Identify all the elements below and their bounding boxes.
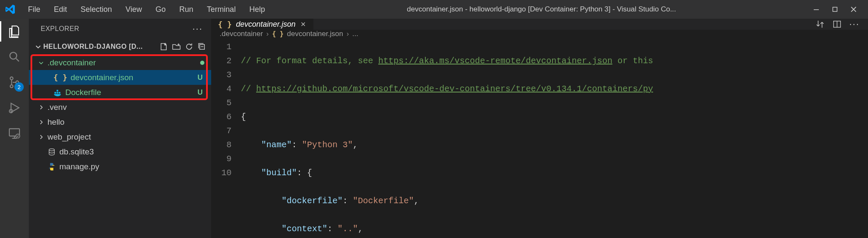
svg-point-2	[10, 52, 17, 59]
menu-run[interactable]: Run	[173, 3, 199, 17]
breadcrumb-seg[interactable]: devcontainer.json	[287, 30, 343, 38]
svg-rect-1	[833, 7, 837, 11]
chevron-right-icon	[38, 134, 44, 140]
close-button[interactable]	[849, 5, 858, 14]
chevron-right-icon: ›	[266, 30, 269, 38]
menu-view[interactable]: View	[120, 3, 148, 17]
svg-point-4	[10, 85, 13, 88]
line-number: 2	[211, 54, 232, 68]
sidebar-more-icon[interactable]: ···	[193, 23, 203, 34]
line-number-gutter: 1 2 3 4 5 6 7 8 9 10	[211, 38, 241, 238]
refresh-icon[interactable]	[185, 42, 193, 51]
chevron-right-icon	[38, 119, 44, 125]
tree-file-db-sqlite3[interactable]: db.sqlite3	[29, 144, 211, 159]
json-file-icon: { }	[218, 20, 232, 29]
chevron-down-icon	[38, 60, 44, 66]
svg-rect-12	[57, 90, 59, 91]
window-title: devcontainer.json - helloworld-django [D…	[271, 5, 812, 14]
tree-file-devcontainer-json[interactable]: { } devcontainer.json U	[29, 70, 211, 85]
line-number: 4	[211, 82, 232, 96]
editor-body[interactable]: 1 2 3 4 5 6 7 8 9 10 // For format detai…	[211, 38, 868, 238]
window-controls	[812, 5, 865, 14]
breadcrumb[interactable]: .devcontainer › { } devcontainer.json › …	[211, 30, 868, 38]
json-file-icon: { }	[272, 30, 284, 38]
line-number: 8	[211, 138, 232, 152]
sidebar-header: EXPLORER ···	[29, 19, 211, 39]
tree-label: Dockerfile	[65, 88, 194, 97]
svg-rect-11	[57, 92, 59, 93]
menu-go[interactable]: Go	[150, 3, 172, 17]
line-number: 5	[211, 96, 232, 110]
code-content[interactable]: // For format details, see https://aka.m…	[241, 38, 868, 238]
project-header[interactable]: HELLOWORLD-DJANGO [D...	[29, 39, 211, 54]
tab-label: devcontainer.json	[236, 20, 296, 29]
breadcrumb-seg[interactable]: ...	[352, 30, 358, 38]
editor-actions: ···	[815, 19, 868, 30]
tree-label: devcontainer.json	[71, 73, 194, 82]
breadcrumb-seg[interactable]: .devcontainer	[220, 30, 263, 38]
menu-terminal[interactable]: Terminal	[201, 3, 242, 17]
titlebar: File Edit Selection View Go Run Terminal…	[0, 0, 868, 19]
main-area: 2 EXPLORER ··· HELLOWORLD-DJANGO [D...	[0, 19, 868, 238]
tree-label: hello	[47, 118, 204, 127]
split-editor-icon[interactable]	[832, 20, 842, 29]
tree-label: manage.py	[59, 162, 204, 171]
tree-label: db.sqlite3	[59, 147, 204, 157]
collapse-all-icon[interactable]	[198, 42, 206, 51]
tree-label: .devcontainer	[47, 58, 197, 67]
svg-rect-13	[59, 92, 61, 93]
menu-help[interactable]: Help	[243, 3, 271, 17]
svg-rect-10	[55, 92, 56, 93]
tree-file-dockerfile[interactable]: Dockerfile U	[29, 85, 211, 100]
menu-selection[interactable]: Selection	[75, 3, 118, 17]
tree-folder-venv[interactable]: .venv	[29, 100, 211, 115]
git-status: U	[198, 88, 203, 97]
chevron-right-icon	[38, 104, 44, 110]
docker-file-icon	[53, 88, 62, 97]
svg-rect-0	[814, 9, 819, 10]
database-file-icon	[47, 148, 56, 156]
new-file-icon[interactable]	[159, 42, 168, 51]
compare-changes-icon[interactable]	[815, 20, 825, 29]
menu-file[interactable]: File	[22, 3, 46, 17]
menu-edit[interactable]: Edit	[48, 3, 73, 17]
project-title: HELLOWORLD-DJANGO [D...	[43, 43, 143, 50]
scm-badge: 2	[14, 82, 24, 92]
vscode-logo-icon	[5, 4, 15, 14]
tab-devcontainer-json[interactable]: { } devcontainer.json	[211, 19, 314, 30]
tree-folder-hello[interactable]: hello	[29, 115, 211, 129]
search-icon	[8, 50, 21, 64]
line-number: 7	[211, 124, 232, 138]
chevron-down-icon	[35, 43, 42, 50]
tree-file-manage-py[interactable]: manage.py	[29, 159, 211, 174]
tree-folder-devcontainer[interactable]: .devcontainer	[29, 55, 211, 70]
activity-explorer[interactable]	[7, 24, 22, 39]
svg-point-3	[10, 77, 13, 80]
file-tree: .devcontainer { } devcontainer.json U Do…	[29, 54, 211, 238]
editor-more-icon[interactable]: ···	[849, 19, 860, 30]
activity-scm[interactable]: 2	[7, 75, 22, 90]
line-number: 6	[211, 110, 232, 124]
sidebar-title: EXPLORER	[41, 25, 79, 33]
line-number: 1	[211, 40, 232, 54]
activity-search[interactable]	[7, 49, 22, 64]
tree-folder-web-project[interactable]: web_project	[29, 129, 211, 144]
tabs-row: { } devcontainer.json ···	[211, 19, 868, 30]
json-file-icon: { }	[53, 73, 67, 82]
sidebar: EXPLORER ··· HELLOWORLD-DJANGO [D... .de…	[29, 19, 211, 238]
editor-area: { } devcontainer.json ··· .devcontainer …	[211, 19, 868, 238]
chevron-right-icon: ›	[346, 30, 349, 38]
new-folder-icon[interactable]	[172, 42, 181, 51]
git-status: U	[198, 73, 203, 82]
titlebar-left: File Edit Selection View Go Run Terminal…	[3, 3, 271, 17]
maximize-button[interactable]	[831, 5, 839, 14]
activity-remote[interactable]	[7, 126, 22, 141]
tree-label: web_project	[47, 132, 204, 142]
close-tab-icon[interactable]	[300, 21, 307, 28]
python-file-icon	[47, 162, 56, 171]
minimize-button[interactable]	[812, 5, 821, 14]
activity-debug[interactable]	[7, 100, 22, 115]
line-number: 3	[211, 68, 232, 82]
remote-explorer-icon	[8, 126, 21, 140]
tree-label: .venv	[47, 103, 204, 112]
